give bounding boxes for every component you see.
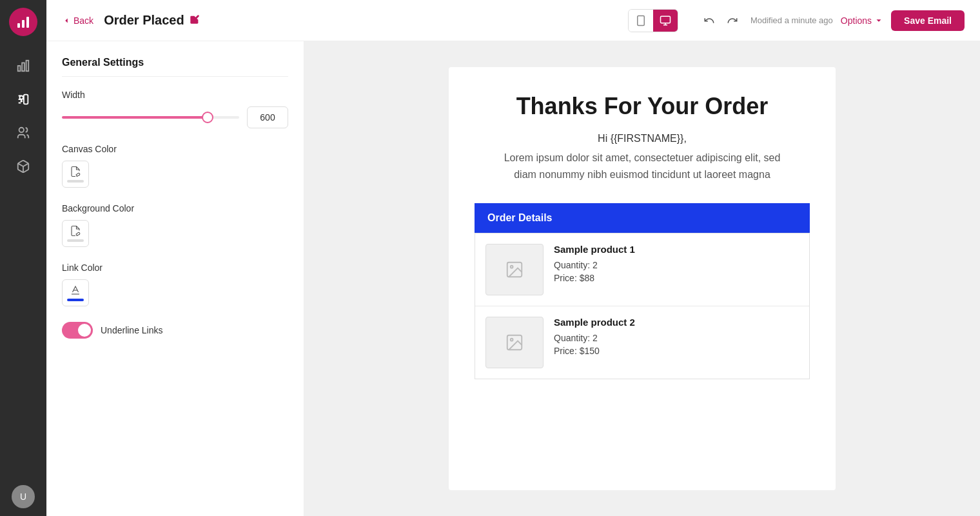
product-quantity-1: Quantity: 2	[554, 260, 635, 270]
undo-button[interactable]	[699, 10, 720, 31]
email-preview: Thanks For Your Order Hi {{FIRSTNAME}}, …	[449, 67, 836, 490]
sidebar-item-analytics[interactable]	[9, 52, 37, 80]
order-items-container: Sample product 1 Quantity: 2 Price: $88	[475, 233, 810, 379]
table-row: Sample product 2 Quantity: 2 Price: $150	[475, 306, 809, 379]
image-placeholder-icon-2	[505, 333, 524, 352]
svg-point-7	[21, 101, 22, 102]
svg-rect-1	[22, 20, 24, 28]
svg-rect-3	[18, 66, 21, 71]
width-value[interactable]: 600	[247, 106, 288, 128]
background-color-swatch[interactable]	[62, 220, 89, 247]
canvas-color-label: Canvas Color	[62, 144, 288, 154]
width-setting: Width 600	[62, 90, 288, 128]
paint-bucket-icon	[70, 166, 81, 177]
product-price-1: Price: $88	[554, 273, 635, 283]
image-placeholder-icon	[505, 260, 524, 279]
product-image-1	[485, 244, 544, 295]
email-greeting: Hi {{FIRSTNAME}},	[475, 133, 810, 144]
desktop-icon	[660, 15, 671, 26]
app-logo[interactable]	[9, 8, 37, 36]
modified-text: Modified a minute ago	[750, 15, 833, 25]
text-color-icon	[70, 284, 81, 296]
sidebar-item-contacts[interactable]	[9, 119, 37, 147]
edit-title-button[interactable]	[190, 14, 200, 27]
undo-icon	[703, 15, 715, 26]
canvas-color-swatch[interactable]	[62, 161, 89, 188]
svg-point-19	[511, 339, 513, 341]
back-label: Back	[74, 15, 93, 26]
toolbar-right: Modified a minute ago Options Save Email	[699, 10, 965, 31]
products-icon	[16, 159, 30, 174]
view-toggle	[628, 9, 678, 32]
width-label: Width	[62, 90, 288, 100]
mobile-view-button[interactable]	[629, 10, 653, 32]
preview-area: Thanks For Your Order Hi {{FIRSTNAME}}, …	[304, 41, 980, 516]
product-quantity-2: Quantity: 2	[554, 333, 635, 343]
settings-panel: General Settings Width 600 Canvas Color	[46, 41, 304, 516]
product-info-1: Sample product 1 Quantity: 2 Price: $88	[544, 244, 635, 286]
background-color-bar	[67, 239, 84, 242]
svg-rect-4	[22, 63, 24, 71]
undo-redo-group	[699, 10, 743, 31]
width-slider[interactable]	[62, 111, 239, 124]
svg-rect-8	[24, 95, 28, 104]
link-color-setting: Link Color	[62, 263, 288, 306]
left-navigation: U	[0, 0, 46, 516]
canvas-color-setting: Canvas Color	[62, 144, 288, 188]
email-heading: Thanks For Your Order	[475, 93, 810, 120]
options-button[interactable]: Options	[841, 15, 883, 26]
canvas-color-bar	[67, 180, 84, 183]
background-color-label: Background Color	[62, 203, 288, 213]
main-content: Back Order Placed	[46, 0, 980, 516]
email-body: Thanks For Your Order Hi {{FIRSTNAME}}, …	[449, 67, 836, 400]
underline-links-toggle[interactable]	[62, 322, 93, 339]
nav-bottom: U	[12, 485, 35, 508]
svg-rect-11	[638, 15, 645, 25]
svg-rect-0	[17, 23, 20, 28]
page-title-area: Order Placed	[104, 13, 200, 28]
page-title: Order Placed	[104, 13, 184, 28]
edit-icon	[190, 14, 200, 25]
mobile-icon	[635, 15, 647, 26]
product-price-2: Price: $150	[554, 346, 635, 356]
product-name-2: Sample product 2	[554, 317, 635, 328]
underline-links-setting: Underline Links	[62, 322, 288, 339]
body-row: General Settings Width 600 Canvas Color	[46, 41, 980, 516]
svg-rect-5	[26, 61, 29, 72]
link-color-swatch[interactable]	[62, 279, 89, 306]
save-email-button[interactable]: Save Email	[891, 10, 965, 31]
user-avatar[interactable]: U	[12, 485, 35, 508]
back-button[interactable]: Back	[62, 15, 93, 26]
order-details-header: Order Details	[475, 203, 810, 233]
order-details-section: Order Details Sample p	[475, 203, 810, 379]
link-color-label: Link Color	[62, 263, 288, 273]
contacts-icon	[16, 126, 30, 140]
redo-icon	[727, 15, 738, 26]
toggle-row: Underline Links	[62, 322, 288, 339]
top-bar: Back Order Placed	[46, 0, 980, 41]
svg-point-9	[19, 128, 24, 132]
sidebar-item-campaigns[interactable]	[9, 85, 37, 114]
paint-bucket-icon-2	[70, 225, 81, 237]
product-name-1: Sample product 1	[554, 244, 635, 255]
desktop-view-button[interactable]	[653, 10, 678, 32]
sidebar-item-products[interactable]	[9, 152, 37, 181]
toggle-knob	[78, 324, 91, 337]
redo-button[interactable]	[722, 10, 743, 31]
product-image-2	[485, 317, 544, 368]
campaigns-icon	[16, 92, 30, 106]
product-info-2: Sample product 2 Quantity: 2 Price: $150	[544, 317, 635, 359]
underline-links-label: Underline Links	[101, 325, 163, 335]
settings-title: General Settings	[62, 57, 288, 77]
background-color-setting: Background Color	[62, 203, 288, 247]
chevron-down-icon	[874, 16, 883, 25]
svg-rect-13	[660, 16, 670, 23]
link-color-bar	[67, 299, 84, 301]
slider-track	[62, 116, 239, 119]
bar-chart-icon	[16, 59, 30, 73]
back-arrow-icon	[62, 16, 71, 25]
slider-thumb[interactable]	[202, 112, 213, 123]
options-label: Options	[841, 15, 872, 26]
table-row: Sample product 1 Quantity: 2 Price: $88	[475, 233, 809, 306]
svg-rect-2	[26, 17, 29, 28]
